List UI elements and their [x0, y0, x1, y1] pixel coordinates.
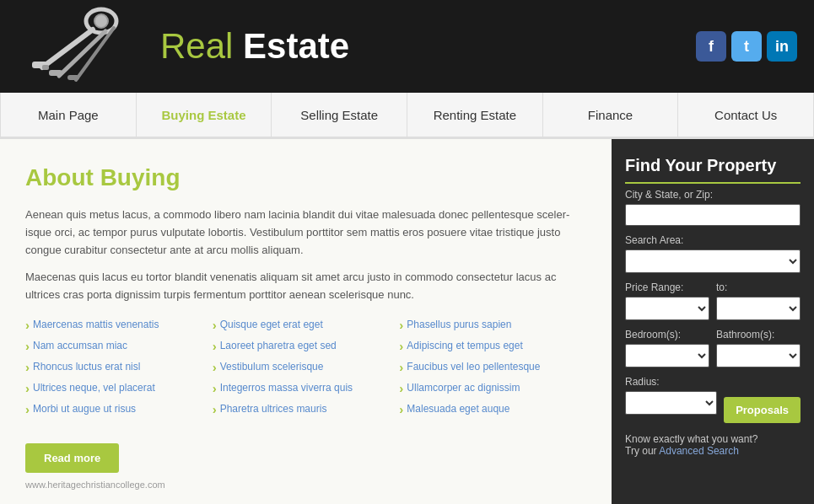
- link-item[interactable]: Rhoncus luctus erat nisl: [33, 361, 140, 373]
- list-item: Maercenas mattis venenatis: [25, 318, 213, 332]
- price-range-to-group: to: $200k $500k $1M $2M+: [716, 281, 801, 320]
- search-area-select[interactable]: Downtown Suburbs Rural Coastal: [625, 249, 801, 273]
- links-col-3: Phasellus purus sapien Adipiscing et tem…: [399, 318, 586, 423]
- logo-text: Real Estate: [160, 29, 349, 64]
- link-item[interactable]: Morbi ut augue ut risus: [33, 403, 136, 415]
- nav-main-page[interactable]: Main Page: [0, 93, 137, 137]
- list-item: Rhoncus luctus erat nisl: [25, 360, 213, 374]
- link-item[interactable]: Faucibus vel leo pellentesque: [407, 361, 540, 373]
- price-range-from-select[interactable]: $50k $100k $200k $500k: [625, 297, 709, 320]
- link-item[interactable]: Quisque eget erat eget: [220, 319, 323, 330]
- link-item[interactable]: Laoreet pharetra eget sed: [220, 340, 337, 351]
- link-item[interactable]: Nam accumsan miac: [33, 340, 127, 351]
- link-item[interactable]: Maercenas mattis venenatis: [33, 319, 159, 330]
- price-range-to-label: to:: [716, 281, 801, 293]
- list-item: Pharetra ultrices mauris: [213, 402, 400, 416]
- main-content: About Buying Aenean quis metus lacus, a …: [0, 139, 814, 504]
- bedrooms-label: Bedroom(s):: [625, 329, 709, 340]
- link-item[interactable]: Adipiscing et tempus eget: [407, 340, 522, 351]
- svg-rect-5: [49, 70, 62, 76]
- city-state-group: City & State, or Zip:: [625, 189, 801, 226]
- search-area-label: Search Area:: [625, 234, 801, 246]
- bathrooms-group: Bathroom(s): 1 2 3 4+: [716, 329, 801, 367]
- nav-renting-estate[interactable]: Renting Estate: [407, 93, 543, 137]
- main-nav: Main Page Buying Estate Selling Estate R…: [0, 93, 814, 139]
- link-item[interactable]: Ultrices neque, vel placerat: [33, 382, 155, 394]
- radius-group: Radius: 5 mi 10 mi 25 mi 50 mi: [625, 376, 717, 415]
- nav-contact-us[interactable]: Contact Us: [678, 93, 814, 137]
- nav-finance[interactable]: Finance: [543, 93, 679, 137]
- twitter-icon[interactable]: t: [731, 31, 762, 62]
- svg-rect-3: [42, 65, 49, 70]
- svg-rect-7: [67, 75, 79, 80]
- logo-real: Real: [160, 26, 233, 66]
- facebook-icon[interactable]: f: [696, 31, 726, 62]
- city-state-input[interactable]: [625, 204, 801, 226]
- nav-buying-estate[interactable]: Buying Estate: [137, 93, 272, 137]
- link-item[interactable]: Ullamcorper ac dignissim: [407, 382, 520, 394]
- proposals-button[interactable]: Proposals: [724, 397, 801, 423]
- radius-label: Radius:: [625, 376, 717, 388]
- logo-keys-icon: [17, 4, 152, 88]
- link-item[interactable]: Vestibulum scelerisque: [220, 361, 324, 373]
- search-area-group: Search Area: Downtown Suburbs Rural Coas…: [625, 234, 801, 273]
- price-range-row: Price Range: $50k $100k $200k $500k to: …: [625, 281, 801, 329]
- links-col-2: Quisque eget erat eget Laoreet pharetra …: [213, 318, 400, 423]
- about-title: About Buying: [25, 164, 586, 191]
- list-item: Adipiscing et tempus eget: [399, 339, 586, 353]
- bathrooms-select[interactable]: 1 2 3 4+: [716, 344, 801, 367]
- bathrooms-label: Bathroom(s):: [716, 329, 801, 340]
- website-url: www.heritagechristiancollege.com: [25, 480, 586, 490]
- find-property-title: Find Your Property: [625, 156, 801, 184]
- try-text: Try our: [625, 445, 657, 457]
- price-range-to-select[interactable]: $200k $500k $1M $2M+: [716, 297, 801, 320]
- radius-row: Radius: 5 mi 10 mi 25 mi 50 mi Proposals: [625, 376, 801, 423]
- nav-selling-estate[interactable]: Selling Estate: [272, 93, 407, 137]
- list-item: Morbi ut augue ut risus: [25, 402, 213, 416]
- list-item: Ullamcorper ac dignissim: [399, 381, 586, 395]
- list-item: Ultrices neque, vel placerat: [25, 381, 213, 395]
- about-para-2: Maecenas quis lacus eu tortor blandit ve…: [25, 269, 586, 304]
- about-para-1: Aenean quis metus lacus, a commodo liber…: [25, 206, 586, 259]
- link-item[interactable]: Integerros massa viverra quis: [220, 382, 353, 394]
- links-col-1: Maercenas mattis venenatis Nam accumsan …: [25, 318, 213, 423]
- svg-point-8: [94, 14, 108, 28]
- link-item[interactable]: Phasellus purus sapien: [407, 319, 511, 330]
- advanced-search-text: Know exactly what you want? Try our Adva…: [625, 433, 801, 457]
- list-item: Laoreet pharetra eget sed: [213, 339, 400, 353]
- list-item: Faucibus vel leo pellentesque: [399, 360, 586, 374]
- linkedin-icon[interactable]: in: [767, 31, 797, 62]
- list-item: Vestibulum scelerisque: [213, 360, 400, 374]
- know-text: Know exactly what you want?: [625, 433, 757, 445]
- link-item[interactable]: Malesuada eget auque: [407, 403, 509, 415]
- advanced-search-link[interactable]: Advanced Search: [659, 445, 739, 457]
- city-state-label: City & State, or Zip:: [625, 189, 801, 201]
- list-item: Quisque eget erat eget: [213, 318, 400, 332]
- left-content: About Buying Aenean quis metus lacus, a …: [0, 139, 612, 504]
- price-range-group: Price Range: $50k $100k $200k $500k: [625, 281, 709, 320]
- bedrooms-group: Bedroom(s): 1 2 3 4 5+: [625, 329, 709, 367]
- bedrooms-select[interactable]: 1 2 3 4 5+: [625, 344, 709, 367]
- logo-estate: Estate: [243, 26, 349, 66]
- list-item: Phasellus purus sapien: [399, 318, 586, 332]
- list-item: Malesuada eget auque: [399, 402, 586, 416]
- social-icons-group: f t in: [696, 31, 797, 62]
- bed-bath-row: Bedroom(s): 1 2 3 4 5+ Bathroom(s): 1 2 …: [625, 329, 801, 376]
- find-property-sidebar: Find Your Property City & State, or Zip:…: [612, 139, 814, 504]
- radius-select[interactable]: 5 mi 10 mi 25 mi 50 mi: [625, 391, 717, 415]
- list-item: Integerros massa viverra quis: [213, 381, 400, 395]
- read-more-button[interactable]: Read more: [25, 443, 119, 473]
- header: Real Estate f t in: [0, 0, 814, 93]
- logo-area: Real Estate: [17, 4, 349, 88]
- link-item[interactable]: Pharetra ultrices mauris: [220, 403, 327, 415]
- price-range-label: Price Range:: [625, 281, 709, 293]
- list-item: Nam accumsan miac: [25, 339, 213, 353]
- links-grid: Maercenas mattis venenatis Nam accumsan …: [25, 318, 586, 423]
